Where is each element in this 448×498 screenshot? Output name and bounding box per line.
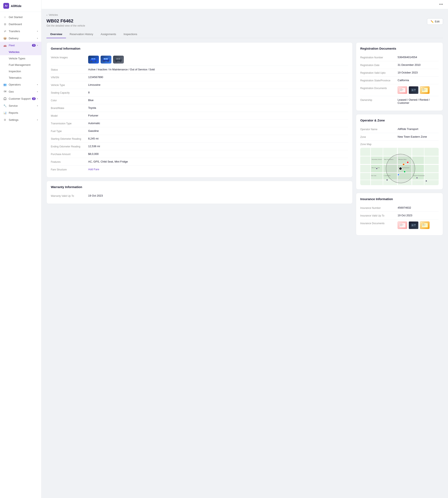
svg-point-21 bbox=[116, 61, 117, 62]
svg-rect-90 bbox=[422, 224, 424, 224]
status-label: Status bbox=[51, 68, 88, 71]
sidebar-label-service: Service bbox=[9, 104, 18, 107]
map-svg: Secondary School Tata Consultancy Maulan… bbox=[360, 148, 439, 185]
svg-text:Maulana Store: Maulana Store bbox=[399, 159, 406, 160]
vehicle-image-2[interactable] bbox=[101, 56, 111, 64]
sidebar-item-customer-support[interactable]: 🎧 Customer Support 3 ▾ bbox=[0, 95, 41, 102]
svg-rect-26 bbox=[400, 89, 404, 90]
svg-rect-19 bbox=[118, 58, 120, 59]
svg-rect-87 bbox=[414, 224, 416, 225]
start-odometer-row: Starting Odometer Reading 8,245 mi bbox=[51, 135, 348, 143]
sidebar-item-transfers[interactable]: ⇄ Transfers ▾ bbox=[0, 28, 41, 35]
sidebar-item-fleet[interactable]: 🚗 Fleet 3 ▾ bbox=[0, 42, 41, 49]
tab-overview[interactable]: Overview bbox=[47, 31, 66, 38]
page-subtitle: Get the detailed view of the vehicle bbox=[47, 24, 85, 27]
sidebar-label-get-started: Get Started bbox=[9, 16, 22, 19]
sidebar-label-customer-support: Customer Support bbox=[9, 97, 31, 100]
sidebar-item-operators[interactable]: 👥 Operators ▾ bbox=[0, 81, 41, 88]
warranty-row: Warranty Valid Up To 19 Oct 2023 bbox=[51, 192, 348, 200]
svg-rect-10 bbox=[104, 58, 106, 59]
reg-doc-image-3[interactable] bbox=[420, 86, 430, 94]
transmission-label: Transmission Type bbox=[51, 122, 88, 125]
svg-text:L Land Bank: L Land Bank bbox=[384, 175, 390, 176]
sidebar-sub-fuel-management[interactable]: Fuel Management bbox=[0, 62, 41, 68]
svg-rect-32 bbox=[414, 89, 416, 90]
svg-point-75 bbox=[416, 177, 418, 179]
svg-point-15 bbox=[108, 61, 109, 62]
reg-number-label: Registration Number bbox=[360, 56, 398, 59]
svg-rect-80 bbox=[400, 224, 402, 224]
svg-point-7 bbox=[96, 61, 96, 62]
insurance-doc-image-2[interactable] bbox=[409, 222, 418, 229]
topbar-menu[interactable]: ••• bbox=[439, 2, 443, 7]
vehicle-image-1[interactable] bbox=[88, 56, 99, 64]
tab-assignments[interactable]: Assignments bbox=[97, 31, 120, 38]
svg-rect-92 bbox=[422, 225, 425, 225]
insurance-title: Insurance Information bbox=[360, 197, 439, 201]
sidebar-item-get-started[interactable]: ☆ Get Started bbox=[0, 14, 41, 20]
insurance-docs-label: Insurance Documents bbox=[360, 222, 398, 225]
sidebar-sub-inspection[interactable]: Inspection bbox=[0, 68, 41, 74]
sidebar-label-settings: Settings bbox=[9, 118, 18, 121]
reg-doc-image-1[interactable] bbox=[398, 86, 407, 94]
end-odometer-label: Ending Odometer Reading bbox=[51, 145, 88, 148]
seating-label: Seating Capacity bbox=[51, 91, 88, 94]
left-column: General Information Vehicle Images bbox=[47, 42, 352, 239]
vehicle-type-label: Vehicle Type bbox=[51, 83, 88, 86]
operator-name-label: Operator Name bbox=[360, 127, 398, 131]
warranty-value: 19 Oct 2023 bbox=[88, 194, 348, 197]
svg-point-73 bbox=[404, 171, 406, 173]
edit-button[interactable]: ✏️ Edit bbox=[427, 18, 443, 25]
edit-label: Edit bbox=[435, 20, 439, 23]
svg-rect-18 bbox=[116, 58, 118, 59]
fare-value[interactable]: Add Fare bbox=[88, 168, 348, 171]
vehicle-image-3[interactable] bbox=[113, 56, 124, 64]
sidebar-sub-telematics[interactable]: Telematics bbox=[0, 74, 41, 81]
model-row: Model Fortuner bbox=[51, 112, 348, 120]
insurance-valid-value: 19 Oct 2023 bbox=[398, 214, 439, 217]
sidebar-label-fleet: Fleet bbox=[9, 44, 15, 47]
svg-rect-33 bbox=[414, 90, 415, 90]
sidebar-item-dashboard[interactable]: ⊞ Dashboard bbox=[0, 20, 41, 28]
edit-icon: ✏️ bbox=[431, 20, 434, 23]
sidebar-item-settings[interactable]: ⚙ Settings ▾ bbox=[0, 116, 41, 123]
insurance-doc-image-3[interactable] bbox=[420, 222, 430, 229]
wrench-icon: 🔧 bbox=[3, 104, 7, 107]
insurance-docs-row: Insurance Documents bbox=[360, 219, 439, 231]
operator-name-row: Operator Name AllRide Transport bbox=[360, 125, 439, 133]
svg-rect-28 bbox=[400, 91, 402, 91]
svg-point-78 bbox=[386, 179, 388, 181]
arrows-icon: ⇄ bbox=[3, 30, 7, 33]
sidebar-sub-vehicles[interactable]: Vehicles bbox=[0, 49, 41, 55]
brand-row: Brand/Make Toyota bbox=[51, 104, 348, 112]
main-area: ••• ‹ Vehicles WB02 F6462 Get the detail… bbox=[42, 0, 448, 498]
purchase-label: Purchase Amount bbox=[51, 152, 88, 156]
svg-rect-49 bbox=[371, 156, 383, 164]
reg-number-row: Registration Number 5364564014554 bbox=[360, 53, 439, 61]
geo-arrow: ▾ bbox=[37, 90, 38, 93]
sidebar-item-service[interactable]: 🔧 Service ▾ bbox=[0, 102, 41, 109]
svg-rect-82 bbox=[400, 225, 403, 225]
breadcrumb-parent[interactable]: Vehicles bbox=[49, 14, 58, 17]
tab-inspections[interactable]: Inspections bbox=[120, 31, 141, 38]
svg-rect-2 bbox=[92, 58, 93, 59]
tab-reservation-history[interactable]: Reservation History bbox=[66, 31, 97, 38]
insurance-doc-image-1[interactable] bbox=[398, 222, 407, 229]
sidebar-sub-vehicle-types[interactable]: Vehicle Types bbox=[0, 55, 41, 62]
reg-docs-label: Registration Documents bbox=[360, 86, 398, 90]
chart-icon: 📊 bbox=[3, 111, 7, 114]
reg-doc-image-2[interactable] bbox=[409, 86, 418, 94]
sidebar-item-geo[interactable]: 🗺 Geo ▾ bbox=[0, 88, 41, 95]
sidebar-item-reports[interactable]: 📊 Reports bbox=[0, 109, 41, 116]
sidebar-label-operators: Operators bbox=[9, 83, 21, 86]
end-odometer-value: 12,536 mi bbox=[88, 145, 348, 148]
settings-arrow: ▾ bbox=[37, 119, 38, 121]
svg-text:Mira Cassidine: Mira Cassidine bbox=[372, 167, 380, 168]
page-header: WB02 F6462 Get the detailed view of the … bbox=[47, 18, 443, 27]
topbar: ••• bbox=[42, 0, 448, 9]
vin-row: VIN/SN 1234567890 bbox=[51, 73, 348, 81]
reg-date-label: Registration Date bbox=[360, 63, 398, 67]
sidebar-item-delivery[interactable]: 📦 Delivery ▾ bbox=[0, 35, 41, 42]
seating-value: 8 bbox=[88, 91, 348, 94]
box-icon: 📦 bbox=[3, 36, 7, 40]
